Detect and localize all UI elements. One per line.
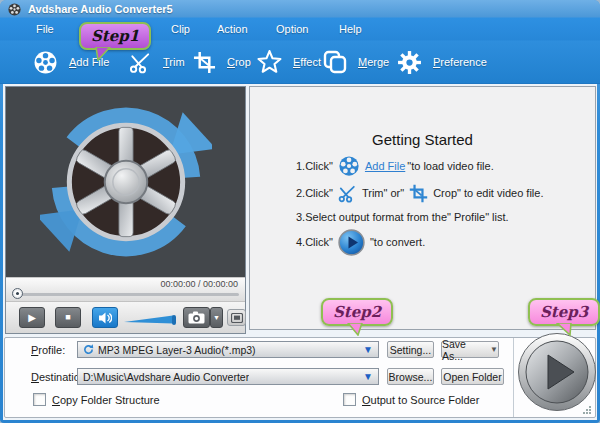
merge-button[interactable]: Merge bbox=[318, 40, 389, 84]
crop-button[interactable]: Crop bbox=[188, 40, 251, 84]
stop-button[interactable]: ■ bbox=[55, 307, 81, 328]
play-icon: ▶ bbox=[28, 313, 36, 323]
gs-step-3: 3.Select output format from the" Profile… bbox=[296, 209, 509, 225]
browse-button[interactable]: Browse... bbox=[387, 368, 434, 385]
chevron-down-icon: ▼ bbox=[490, 346, 498, 354]
play-button[interactable]: ▶ bbox=[19, 307, 45, 328]
effect-label: Effect bbox=[293, 56, 321, 68]
menu-option[interactable]: Option bbox=[272, 18, 312, 40]
chevron-down-icon: ▼ bbox=[213, 314, 220, 321]
setting-button[interactable]: Setting... bbox=[387, 341, 434, 358]
add-file-link[interactable]: Add File bbox=[365, 160, 405, 172]
preference-button[interactable]: Preference bbox=[392, 40, 487, 84]
trim-label: Trim bbox=[163, 56, 185, 68]
copy-folder-structure-label: Copy Folder Structure bbox=[52, 394, 160, 406]
step2-label: Step2 bbox=[333, 303, 381, 321]
gs-step2-trim: Trim" or" bbox=[362, 187, 404, 199]
crop-label: Crop bbox=[227, 56, 251, 68]
camera-icon bbox=[188, 311, 205, 324]
app-window: Avdshare Audio Converter5 File Edit Play… bbox=[0, 0, 600, 423]
step1-pointer bbox=[93, 47, 113, 61]
gs-step1-pre: 1.Click" bbox=[296, 160, 333, 172]
star-icon bbox=[257, 50, 282, 75]
gs-step2-post: Crop" to edit video file. bbox=[433, 187, 543, 199]
overlapping-squares-icon bbox=[323, 50, 347, 74]
copy-folder-structure-option: Copy Folder Structure bbox=[33, 393, 160, 406]
player-controls: ▶ ■ ▼ bbox=[6, 301, 245, 333]
volume-button[interactable] bbox=[92, 307, 118, 328]
step2-annotation: Step2 bbox=[321, 298, 393, 326]
video-preview-panel: 00:00:00 / 00:00:00 ▶ ■ ▼ bbox=[5, 86, 246, 334]
snapshot-dropdown-button[interactable]: ▼ bbox=[210, 307, 223, 328]
gs-step4-post: "to convert. bbox=[370, 236, 425, 248]
play-circle-icon bbox=[338, 229, 365, 256]
gs-step3-text: 3.Select output format from the" Profile… bbox=[296, 211, 509, 223]
stop-icon: ■ bbox=[65, 313, 70, 322]
profile-dropdown[interactable]: MP3 MPEG Layer-3 Audio(*.mp3) ▼ bbox=[77, 341, 379, 358]
step3-label: Step3 bbox=[540, 303, 588, 321]
menu-file[interactable]: File bbox=[32, 18, 58, 40]
seek-strip: 00:00:00 / 00:00:00 bbox=[6, 277, 245, 301]
scissors-icon bbox=[129, 51, 152, 74]
menu-clip[interactable]: Clip bbox=[167, 18, 194, 40]
video-screen bbox=[6, 87, 245, 277]
seek-bar[interactable] bbox=[12, 293, 239, 296]
step3-pointer bbox=[556, 323, 576, 336]
film-reel-icon bbox=[338, 155, 360, 177]
window-title: Avdshare Audio Converter5 bbox=[28, 3, 173, 15]
fullscreen-button[interactable] bbox=[227, 309, 246, 326]
menu-help[interactable]: Help bbox=[335, 18, 366, 40]
crop-icon bbox=[193, 51, 216, 74]
output-to-source-label: Output to Source Folder bbox=[362, 394, 479, 406]
panel-divider bbox=[513, 338, 514, 417]
output-panel: Profile: MP3 MPEG Layer-3 Audio(*.mp3) ▼… bbox=[4, 337, 596, 418]
chevron-down-icon: ▼ bbox=[363, 345, 373, 355]
chevron-down-icon: ▼ bbox=[363, 372, 373, 382]
speaker-icon bbox=[99, 312, 112, 324]
film-reel-app-icon bbox=[8, 3, 21, 16]
getting-started-panel: Getting Started 1.Click" Add File "to lo… bbox=[249, 86, 596, 330]
setting-button-label: Setting... bbox=[390, 344, 431, 356]
time-display: 00:00:00 / 00:00:00 bbox=[160, 279, 238, 289]
destination-dropdown[interactable]: D:\Music\Avdshare Audio Converter ▼ bbox=[77, 368, 379, 385]
effect-button[interactable]: Effect bbox=[252, 40, 321, 84]
save-as-button[interactable]: Save As... ▼ bbox=[441, 341, 499, 358]
gear-icon bbox=[397, 50, 422, 75]
step1-label: Step1 bbox=[91, 27, 139, 45]
scissors-icon bbox=[338, 184, 357, 203]
step1-annotation: Step1 bbox=[79, 22, 151, 50]
output-to-source-option: Output to Source Folder bbox=[343, 393, 479, 406]
fullscreen-icon bbox=[231, 313, 243, 323]
film-reel-icon bbox=[33, 50, 58, 75]
gs-step1-post: "to load video file. bbox=[407, 160, 493, 172]
gs-step-4: 4.Click" "to convert. bbox=[296, 227, 425, 257]
snapshot-button[interactable] bbox=[183, 307, 210, 328]
volume-slider[interactable] bbox=[124, 312, 180, 330]
preference-label: Preference bbox=[433, 56, 487, 68]
titlebar: Avdshare Audio Converter5 bbox=[0, 0, 600, 18]
merge-label: Merge bbox=[358, 56, 389, 68]
menu-action[interactable]: Action bbox=[213, 18, 252, 40]
gs-step-1: 1.Click" Add File "to load video file. bbox=[296, 153, 494, 179]
convert-button[interactable] bbox=[517, 332, 597, 412]
step3-annotation: Step3 bbox=[528, 298, 600, 326]
step2-pointer bbox=[347, 323, 367, 336]
profile-value: MP3 MPEG Layer-3 Audio(*.mp3) bbox=[98, 344, 256, 356]
save-as-button-label: Save As... bbox=[442, 338, 486, 362]
seek-thumb[interactable] bbox=[12, 288, 23, 299]
crop-icon bbox=[409, 184, 428, 203]
app-logo bbox=[40, 96, 212, 268]
destination-value: D:\Music\Avdshare Audio Converter bbox=[83, 371, 249, 383]
copy-folder-structure-checkbox[interactable] bbox=[33, 393, 46, 406]
browse-button-label: Browse... bbox=[389, 371, 433, 383]
open-folder-button[interactable]: Open Folder bbox=[441, 368, 504, 385]
open-folder-button-label: Open Folder bbox=[443, 371, 501, 383]
gs-step4-pre: 4.Click" bbox=[296, 236, 333, 248]
gs-step-2: 2.Click" Trim" or" Crop" to edit video f… bbox=[296, 181, 543, 205]
getting-started-title: Getting Started bbox=[250, 131, 595, 148]
profile-format-icon bbox=[83, 344, 94, 355]
gs-step2-pre: 2.Click" bbox=[296, 187, 333, 199]
profile-label: Profile: bbox=[31, 344, 65, 356]
output-to-source-checkbox[interactable] bbox=[343, 393, 356, 406]
